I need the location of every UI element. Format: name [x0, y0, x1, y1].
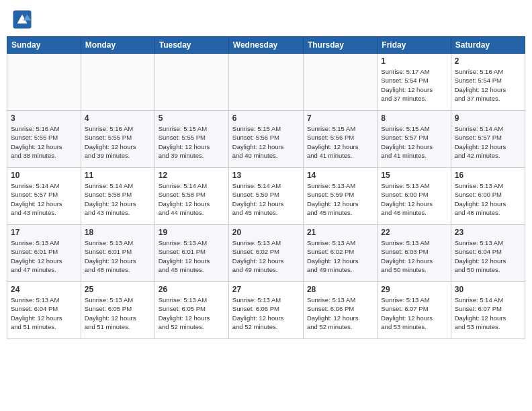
calendar-cell: 16Sunrise: 5:13 AM Sunset: 6:00 PM Dayli…	[451, 168, 525, 225]
calendar-cell: 7Sunrise: 5:15 AM Sunset: 5:56 PM Daylig…	[303, 111, 377, 168]
day-info: Sunrise: 5:14 AM Sunset: 5:58 PM Dayligh…	[85, 181, 151, 217]
calendar-cell: 25Sunrise: 5:13 AM Sunset: 6:05 PM Dayli…	[81, 282, 154, 339]
calendar-cell: 17Sunrise: 5:13 AM Sunset: 6:01 PM Dayli…	[7, 225, 81, 282]
day-number: 14	[307, 171, 373, 180]
day-number: 26	[159, 285, 225, 294]
calendar-table: SundayMondayTuesdayWednesdayThursdayFrid…	[7, 36, 525, 339]
weekday-header-wednesday: Wednesday	[228, 37, 303, 54]
day-number: 24	[11, 285, 77, 294]
calendar-week-row: 3Sunrise: 5:16 AM Sunset: 5:55 PM Daylig…	[7, 111, 525, 168]
calendar-cell: 29Sunrise: 5:13 AM Sunset: 6:07 PM Dayli…	[378, 282, 451, 339]
calendar-header-row: SundayMondayTuesdayWednesdayThursdayFrid…	[7, 37, 525, 54]
calendar-cell	[154, 54, 228, 111]
calendar-cell: 11Sunrise: 5:14 AM Sunset: 5:58 PM Dayli…	[81, 168, 154, 225]
calendar-week-row: 10Sunrise: 5:14 AM Sunset: 5:57 PM Dayli…	[7, 168, 525, 225]
day-info: Sunrise: 5:13 AM Sunset: 5:59 PM Dayligh…	[307, 181, 373, 217]
calendar-cell: 19Sunrise: 5:13 AM Sunset: 6:01 PM Dayli…	[154, 225, 228, 282]
day-number: 17	[11, 228, 77, 237]
day-info: Sunrise: 5:13 AM Sunset: 6:03 PM Dayligh…	[381, 238, 447, 274]
day-info: Sunrise: 5:15 AM Sunset: 5:57 PM Dayligh…	[381, 124, 447, 160]
day-number: 23	[455, 228, 521, 237]
day-number: 1	[381, 56, 447, 66]
calendar-cell: 22Sunrise: 5:13 AM Sunset: 6:03 PM Dayli…	[378, 225, 451, 282]
calendar-cell	[228, 54, 303, 111]
calendar-cell: 15Sunrise: 5:13 AM Sunset: 6:00 PM Dayli…	[378, 168, 451, 225]
weekday-header-friday: Friday	[378, 37, 451, 54]
day-info: Sunrise: 5:13 AM Sunset: 6:06 PM Dayligh…	[232, 295, 300, 331]
calendar-week-row: 1Sunrise: 5:17 AM Sunset: 5:54 PM Daylig…	[7, 54, 525, 111]
calendar-cell: 6Sunrise: 5:15 AM Sunset: 5:56 PM Daylig…	[228, 111, 303, 168]
day-info: Sunrise: 5:17 AM Sunset: 5:54 PM Dayligh…	[381, 67, 447, 103]
calendar-cell: 26Sunrise: 5:13 AM Sunset: 6:05 PM Dayli…	[154, 282, 228, 339]
calendar-cell: 18Sunrise: 5:13 AM Sunset: 6:01 PM Dayli…	[81, 225, 154, 282]
calendar-cell: 9Sunrise: 5:14 AM Sunset: 5:57 PM Daylig…	[451, 111, 525, 168]
day-number: 12	[159, 171, 225, 180]
day-info: Sunrise: 5:14 AM Sunset: 5:57 PM Dayligh…	[11, 181, 77, 217]
calendar-cell	[81, 54, 154, 111]
day-info: Sunrise: 5:16 AM Sunset: 5:55 PM Dayligh…	[85, 124, 151, 160]
calendar-cell: 27Sunrise: 5:13 AM Sunset: 6:06 PM Dayli…	[228, 282, 303, 339]
day-number: 27	[232, 285, 300, 294]
calendar-cell: 10Sunrise: 5:14 AM Sunset: 5:57 PM Dayli…	[7, 168, 81, 225]
day-number: 28	[307, 285, 373, 294]
day-info: Sunrise: 5:14 AM Sunset: 5:57 PM Dayligh…	[455, 124, 521, 160]
day-info: Sunrise: 5:13 AM Sunset: 6:00 PM Dayligh…	[381, 181, 447, 217]
calendar-cell: 21Sunrise: 5:13 AM Sunset: 6:02 PM Dayli…	[303, 225, 377, 282]
day-number: 7	[307, 113, 373, 123]
weekday-header-tuesday: Tuesday	[154, 37, 228, 54]
weekday-header-sunday: Sunday	[7, 37, 81, 54]
day-number: 29	[381, 285, 447, 294]
day-info: Sunrise: 5:13 AM Sunset: 6:06 PM Dayligh…	[307, 295, 373, 331]
day-number: 11	[85, 171, 151, 180]
day-info: Sunrise: 5:13 AM Sunset: 6:00 PM Dayligh…	[455, 181, 521, 217]
calendar-cell: 3Sunrise: 5:16 AM Sunset: 5:55 PM Daylig…	[7, 111, 81, 168]
day-info: Sunrise: 5:14 AM Sunset: 5:59 PM Dayligh…	[232, 181, 300, 217]
day-info: Sunrise: 5:16 AM Sunset: 5:54 PM Dayligh…	[455, 67, 521, 103]
day-number: 16	[455, 171, 521, 180]
calendar-cell: 20Sunrise: 5:13 AM Sunset: 6:02 PM Dayli…	[228, 225, 303, 282]
day-number: 13	[232, 171, 300, 180]
calendar-cell: 5Sunrise: 5:15 AM Sunset: 5:55 PM Daylig…	[154, 111, 228, 168]
page-header	[7, 7, 525, 32]
day-number: 6	[232, 113, 300, 123]
day-info: Sunrise: 5:13 AM Sunset: 6:02 PM Dayligh…	[232, 238, 300, 274]
day-number: 3	[11, 113, 77, 123]
day-number: 21	[307, 228, 373, 237]
calendar-cell	[303, 54, 377, 111]
day-info: Sunrise: 5:13 AM Sunset: 6:04 PM Dayligh…	[455, 238, 521, 274]
day-info: Sunrise: 5:13 AM Sunset: 6:07 PM Dayligh…	[381, 295, 447, 331]
day-number: 9	[455, 113, 521, 123]
weekday-header-saturday: Saturday	[451, 37, 525, 54]
calendar-cell: 13Sunrise: 5:14 AM Sunset: 5:59 PM Dayli…	[228, 168, 303, 225]
calendar-cell: 4Sunrise: 5:16 AM Sunset: 5:55 PM Daylig…	[81, 111, 154, 168]
day-number: 10	[11, 171, 77, 180]
day-number: 18	[85, 228, 151, 237]
day-info: Sunrise: 5:15 AM Sunset: 5:56 PM Dayligh…	[232, 124, 300, 160]
day-number: 30	[455, 285, 521, 294]
calendar-cell: 1Sunrise: 5:17 AM Sunset: 5:54 PM Daylig…	[378, 54, 451, 111]
calendar-cell: 8Sunrise: 5:15 AM Sunset: 5:57 PM Daylig…	[378, 111, 451, 168]
calendar-cell: 28Sunrise: 5:13 AM Sunset: 6:06 PM Dayli…	[303, 282, 377, 339]
day-info: Sunrise: 5:14 AM Sunset: 5:58 PM Dayligh…	[159, 181, 225, 217]
day-info: Sunrise: 5:16 AM Sunset: 5:55 PM Dayligh…	[11, 124, 77, 160]
day-number: 20	[232, 228, 300, 237]
day-number: 5	[159, 113, 225, 123]
calendar-cell: 2Sunrise: 5:16 AM Sunset: 5:54 PM Daylig…	[451, 54, 525, 111]
day-info: Sunrise: 5:15 AM Sunset: 5:56 PM Dayligh…	[307, 124, 373, 160]
calendar-week-row: 17Sunrise: 5:13 AM Sunset: 6:01 PM Dayli…	[7, 225, 525, 282]
calendar-week-row: 24Sunrise: 5:13 AM Sunset: 6:04 PM Dayli…	[7, 282, 525, 339]
weekday-header-monday: Monday	[81, 37, 154, 54]
day-number: 25	[85, 285, 151, 294]
day-info: Sunrise: 5:13 AM Sunset: 6:01 PM Dayligh…	[159, 238, 225, 274]
weekday-header-thursday: Thursday	[303, 37, 377, 54]
day-info: Sunrise: 5:13 AM Sunset: 6:05 PM Dayligh…	[159, 295, 225, 331]
calendar-cell: 30Sunrise: 5:14 AM Sunset: 6:07 PM Dayli…	[451, 282, 525, 339]
day-info: Sunrise: 5:13 AM Sunset: 6:01 PM Dayligh…	[85, 238, 151, 274]
day-number: 4	[85, 113, 151, 123]
calendar-cell: 14Sunrise: 5:13 AM Sunset: 5:59 PM Dayli…	[303, 168, 377, 225]
day-number: 8	[381, 113, 447, 123]
calendar-cell	[7, 54, 81, 111]
day-number: 2	[455, 56, 521, 66]
day-info: Sunrise: 5:13 AM Sunset: 6:01 PM Dayligh…	[11, 238, 77, 274]
day-number: 19	[159, 228, 225, 237]
